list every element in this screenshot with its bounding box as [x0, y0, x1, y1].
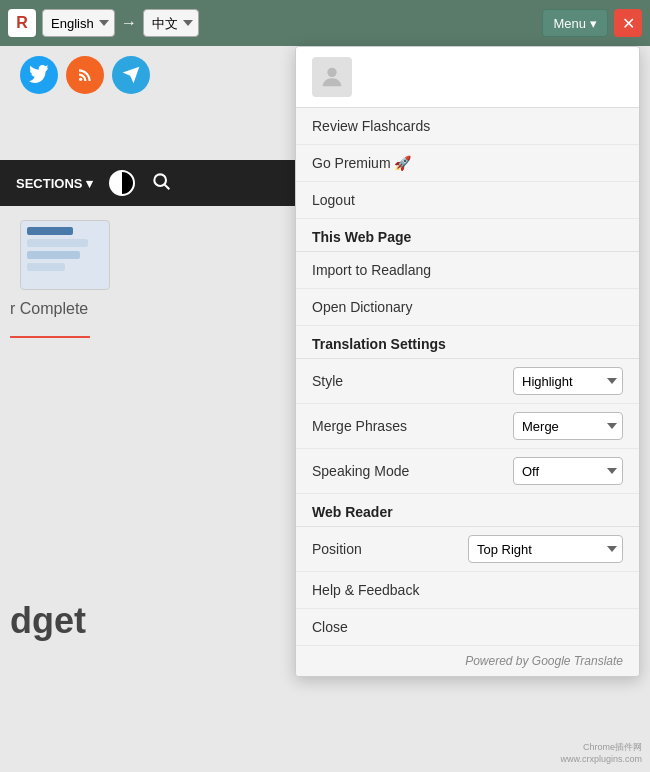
- position-setting-row: Position Top Right Top Left Bottom Right…: [296, 527, 639, 572]
- card-thumbnail: [20, 220, 110, 290]
- style-select[interactable]: Highlight Tooltip Inline Off: [513, 367, 623, 395]
- review-flashcards-item[interactable]: Review Flashcards: [296, 108, 639, 145]
- web-reader-header: Web Reader: [296, 494, 639, 527]
- style-label: Style: [312, 373, 343, 389]
- merge-phrases-label: Merge Phrases: [312, 418, 407, 434]
- style-setting-row: Style Highlight Tooltip Inline Off: [296, 359, 639, 404]
- logout-item[interactable]: Logout: [296, 182, 639, 219]
- merge-phrases-select[interactable]: Merge Don't Merge: [513, 412, 623, 440]
- svg-line-2: [165, 184, 170, 189]
- app-logo: R: [8, 9, 36, 37]
- close-menu-item[interactable]: Close: [296, 609, 639, 646]
- card-line-3: [27, 251, 80, 259]
- speaking-mode-select[interactable]: Off On: [513, 457, 623, 485]
- red-underline-decoration: [10, 336, 90, 338]
- this-web-page-header: This Web Page: [296, 219, 639, 252]
- menu-button[interactable]: Menu ▾: [542, 9, 608, 37]
- position-label: Position: [312, 541, 362, 557]
- lang-arrow-icon: →: [121, 14, 137, 32]
- go-premium-item[interactable]: Go Premium 🚀: [296, 145, 639, 182]
- dget-text: dget: [10, 600, 86, 642]
- close-button[interactable]: ✕: [614, 9, 642, 37]
- translation-settings-header: Translation Settings: [296, 326, 639, 359]
- menu-dropdown-panel: Review Flashcards Go Premium 🚀 Logout Th…: [295, 46, 640, 677]
- social-icons-row: [20, 56, 150, 94]
- target-language-select[interactable]: 中文: [143, 9, 199, 37]
- search-icon[interactable]: [151, 171, 171, 196]
- telegram-icon[interactable]: [112, 56, 150, 94]
- speaking-mode-label: Speaking Mode: [312, 463, 409, 479]
- source-language-select[interactable]: English: [42, 9, 115, 37]
- svg-point-0: [79, 78, 82, 81]
- sections-bar: SECTIONS ▾: [0, 160, 300, 206]
- watermark: Chrome插件网 www.crxplugins.com: [560, 741, 642, 766]
- svg-point-1: [155, 174, 167, 186]
- position-select[interactable]: Top Right Top Left Bottom Right Bottom L…: [468, 535, 623, 563]
- complete-text: r Complete: [10, 300, 88, 318]
- twitter-icon[interactable]: [20, 56, 58, 94]
- avatar: [312, 57, 352, 97]
- help-feedback-item[interactable]: Help & Feedback: [296, 572, 639, 609]
- sections-button[interactable]: SECTIONS ▾: [16, 176, 93, 191]
- card-line-2: [27, 239, 88, 247]
- import-to-readlang-item[interactable]: Import to Readlang: [296, 252, 639, 289]
- card-line-1: [27, 227, 73, 235]
- merge-phrases-setting-row: Merge Phrases Merge Don't Merge: [296, 404, 639, 449]
- speaking-mode-setting-row: Speaking Mode Off On: [296, 449, 639, 494]
- contrast-icon[interactable]: [109, 170, 135, 196]
- user-avatar-row: [296, 47, 639, 108]
- rss-icon[interactable]: [66, 56, 104, 94]
- powered-by-text: Powered by Google Translate: [296, 646, 639, 676]
- open-dictionary-item[interactable]: Open Dictionary: [296, 289, 639, 326]
- card-line-4: [27, 263, 65, 271]
- toolbar: R English → 中文 Menu ▾ ✕: [0, 0, 650, 46]
- svg-point-3: [327, 68, 336, 77]
